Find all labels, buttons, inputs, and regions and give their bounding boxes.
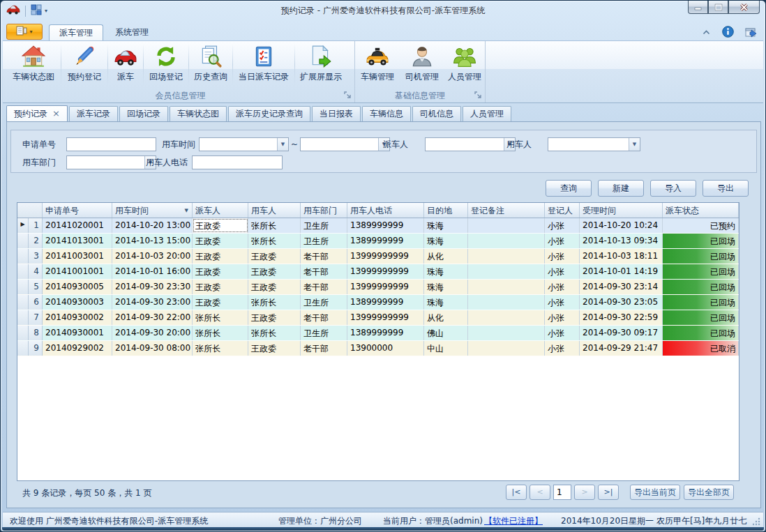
cell-use_time[interactable]: 2014-09-30 23:30 (112, 280, 193, 294)
cell-user[interactable]: 王政委 (248, 341, 301, 356)
minimize-button[interactable] (688, 1, 708, 14)
cell-destination[interactable]: 珠海 (424, 218, 468, 233)
ribbon-button-driver-management[interactable]: 司机管理 (400, 41, 444, 89)
ribbon-button-today-dispatch-records[interactable]: 当日派车记录 (233, 41, 294, 89)
doc-tab-2[interactable]: 回场记录 (119, 106, 168, 121)
cell-phone[interactable]: 1389999999 (347, 295, 424, 310)
department-combo[interactable]: ▼ (66, 155, 156, 169)
table-row[interactable]: 4201410010012014-10-01 16:00王政委王政委老干部139… (17, 264, 739, 280)
cell-user[interactable]: 张所长 (248, 295, 301, 310)
cell-registrant[interactable]: 小张 (545, 218, 580, 233)
cell-use_time[interactable]: 2014-10-03 20:00 (112, 249, 193, 264)
doc-tab-0[interactable]: 预约记录× (6, 105, 68, 121)
cell-destination[interactable]: 从化 (424, 249, 468, 264)
cell-user[interactable]: 王政委 (248, 280, 301, 294)
export-all-pages-button[interactable]: 导出全部页 (684, 485, 734, 500)
doc-tab-8[interactable]: 人员管理 (463, 106, 511, 121)
cell-destination[interactable]: 珠海 (424, 234, 468, 248)
use-time-to-combo[interactable]: ▼ (300, 137, 390, 151)
cell-dispatcher[interactable]: 王政委 (193, 280, 248, 294)
cell-registrant[interactable]: 小张 (545, 295, 580, 310)
tab-close-icon[interactable]: × (52, 110, 60, 117)
cell-department[interactable]: 老干部 (301, 264, 347, 279)
doc-tab-5[interactable]: 当日报表 (312, 106, 361, 121)
cell-accept_time[interactable]: 2014-09-30 09:17 (580, 326, 663, 340)
doc-tab-4[interactable]: 派车历史记录查询 (228, 106, 310, 121)
cell-department[interactable]: 老干部 (301, 249, 347, 264)
cell-order_no[interactable]: 20140930005 (43, 280, 112, 294)
cell-phone[interactable]: 13999999999 (347, 310, 424, 325)
column-header-registrant[interactable]: 登记人 (545, 203, 580, 218)
cell-remark[interactable] (468, 341, 545, 356)
doc-tab-6[interactable]: 车辆信息 (362, 106, 411, 121)
cell-user[interactable]: 王政委 (248, 310, 301, 325)
cell-user[interactable]: 张所长 (248, 326, 301, 340)
cell-destination[interactable]: 佛山 (424, 326, 468, 340)
cell-status[interactable]: 已预约 (663, 218, 739, 233)
cell-registrant[interactable]: 小张 (545, 264, 580, 279)
cell-order_no[interactable]: 20140929002 (43, 341, 112, 356)
cell-user[interactable]: 王政委 (248, 249, 301, 264)
column-header-status[interactable]: 派车状态 (663, 203, 739, 218)
cell-destination[interactable]: 珠海 (424, 264, 468, 279)
cell-remark[interactable] (468, 264, 545, 279)
ribbon-button-vehicle-status-map[interactable]: 车辆状态图 (6, 41, 61, 89)
cell-use_time[interactable]: 2014-09-30 08:00 (112, 341, 193, 356)
license-registered-link[interactable]: 【软件已注册】 (484, 515, 543, 527)
cell-status[interactable]: 已回场 (663, 295, 739, 310)
cell-use_time[interactable]: 2014-10-20 13:00 (112, 218, 193, 233)
export-current-page-button[interactable]: 导出当前页 (630, 485, 680, 500)
cell-phone[interactable]: 13999999999 (347, 249, 424, 264)
cell-department[interactable]: 老干部 (301, 341, 347, 356)
dialog-launcher-icon[interactable] (474, 91, 483, 100)
cell-use_time[interactable]: 2014-10-01 16:00 (112, 264, 193, 279)
column-header-remark[interactable]: 登记备注 (468, 203, 545, 218)
resize-grip[interactable] (751, 517, 760, 528)
table-row[interactable]: 9201409290022014-09-30 08:00张所长王政委老干部139… (17, 341, 739, 356)
new-button[interactable]: 新建 (598, 180, 644, 197)
table-row[interactable]: 3201410030012014-10-03 20:00王政委王政委老干部139… (17, 249, 739, 264)
cell-dispatcher[interactable]: 王政委 (193, 218, 248, 233)
cell-order_no[interactable]: 20140930003 (43, 295, 112, 310)
cell-order_no[interactable]: 20141001001 (43, 264, 112, 279)
cell-status[interactable]: 已回场 (663, 326, 739, 340)
column-header-destination[interactable]: 目的地 (424, 203, 468, 218)
cell-use_time[interactable]: 2014-09-30 22:00 (112, 310, 193, 325)
cell-department[interactable]: 老干部 (301, 310, 347, 325)
user-combo[interactable]: ▼ (548, 137, 640, 151)
about-window-icon[interactable] (745, 26, 758, 40)
cell-destination[interactable]: 珠海 (424, 280, 468, 294)
use-time-from-combo[interactable]: ▼ (199, 137, 289, 151)
cell-use_time[interactable]: 2014-10-13 15:00 (112, 234, 193, 248)
cell-order_no[interactable]: 20141013001 (43, 234, 112, 248)
application-menu-button[interactable]: ▾ (6, 24, 43, 40)
cell-user[interactable]: 张所长 (248, 218, 301, 233)
dialog-launcher-icon[interactable] (343, 91, 352, 100)
info-icon[interactable] (722, 26, 734, 40)
ribbon-button-personnel-management[interactable]: 人员管理 (444, 41, 485, 89)
cell-order_no[interactable]: 20141020001 (43, 218, 112, 233)
cell-status[interactable]: 已回场 (663, 249, 739, 264)
ribbon-tab-dispatch[interactable]: 派车管理 (49, 24, 103, 40)
export-button[interactable]: 导出 (703, 180, 749, 197)
table-row[interactable]: ▶1201410200012014-10-20 13:00王政委张所长卫生所13… (17, 218, 739, 234)
cell-accept_time[interactable]: 2014-09-30 23:05 (580, 295, 663, 310)
table-row[interactable]: 2201410130012014-10-13 15:00王政委张所长卫生所138… (17, 234, 739, 249)
cell-phone[interactable]: 1389999999 (347, 326, 424, 340)
cell-remark[interactable] (468, 234, 545, 248)
cell-phone[interactable]: 1389999999 (347, 218, 424, 233)
cell-registrant[interactable]: 小张 (545, 249, 580, 264)
ribbon-button-extended-screen[interactable]: 扩展屏显示 (295, 41, 347, 89)
maximize-button[interactable] (708, 1, 728, 14)
doc-tab-7[interactable]: 司机信息 (412, 106, 461, 121)
cell-dispatcher[interactable]: 王政委 (193, 234, 248, 248)
table-row[interactable]: 8201409300012014-09-30 20:00张所长张所长卫生所138… (17, 326, 739, 341)
table-row[interactable]: 7201409300022014-09-30 22:00张所长王政委老干部139… (17, 310, 739, 326)
cell-remark[interactable] (468, 326, 545, 340)
cell-user[interactable]: 王政委 (248, 264, 301, 279)
query-button[interactable]: 查询 (546, 180, 592, 197)
cell-destination[interactable]: 珠海 (424, 295, 468, 310)
cell-dispatcher[interactable]: 王政委 (193, 295, 248, 310)
cell-accept_time[interactable]: 2014-10-20 10:24 (580, 218, 663, 233)
cell-phone[interactable]: 13999999999 (347, 264, 424, 279)
